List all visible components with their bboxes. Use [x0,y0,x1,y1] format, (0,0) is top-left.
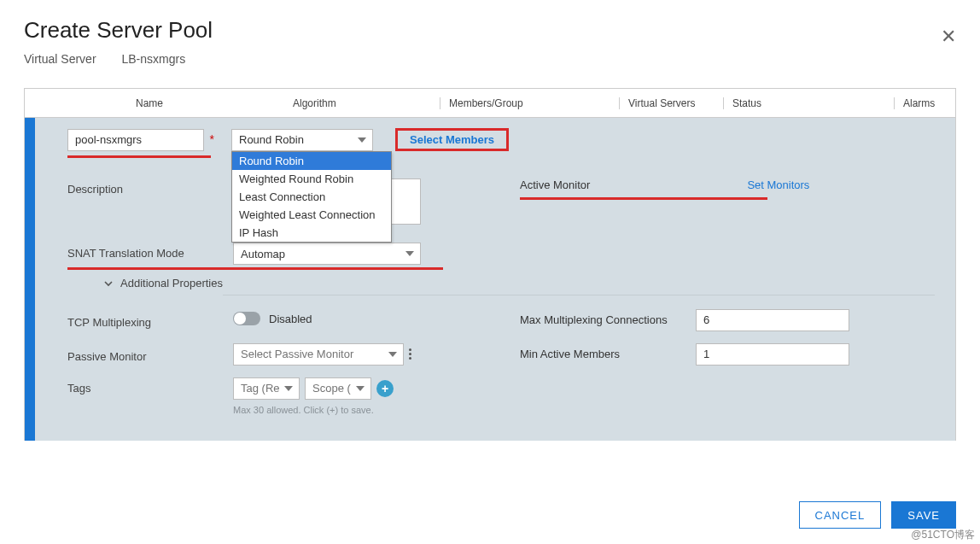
watermark: @51CTO博客 [911,528,975,542]
add-tag-icon[interactable]: + [376,380,394,397]
breadcrumb-item[interactable]: LB-nsxmgrs [121,52,185,66]
set-monitors-link[interactable]: Set Monitors [747,178,809,191]
algorithm-select[interactable] [231,129,373,151]
active-monitor-label: Active Monitor [520,178,590,191]
name-input[interactable] [67,129,204,151]
max-mux-label: Max Multiplexing Connections [520,313,696,326]
additional-properties-toggle[interactable]: Additional Properties [103,277,935,291]
col-header-algorithm: Algorithm [284,97,440,109]
passive-monitor-select[interactable] [233,343,404,366]
required-asterisk: * [210,132,214,146]
tcp-multiplex-label: TCP Multiplexing [67,312,223,329]
tags-hint: Max 30 allowed. Click (+) to save. [233,405,394,415]
tag-input[interactable] [233,377,300,400]
dialog-title: Create Server Pool [24,17,956,44]
tcp-multiplex-state: Disabled [269,313,312,325]
col-header-name: Name [127,97,284,109]
algorithm-option[interactable]: Weighted Least Connection [232,206,391,224]
snat-label: SNAT Translation Mode [67,243,223,260]
tcp-multiplex-toggle[interactable] [233,312,260,325]
description-label: Description [67,178,223,196]
passive-monitor-label: Passive Monitor [67,346,223,363]
min-active-input[interactable] [696,343,849,366]
algorithm-option[interactable]: IP Hash [232,224,391,242]
select-members-button[interactable]: Select Members [395,128,509,151]
chevron-down-icon [103,278,114,289]
snat-select[interactable] [233,243,421,265]
col-header-members: Members/Group [440,97,619,109]
cancel-button[interactable]: CANCEL [799,501,882,529]
col-header-virtual-servers: Virtual Servers [619,97,723,109]
algorithm-option[interactable]: Weighted Round Robin [232,170,391,188]
active-row-indicator [25,118,35,441]
breadcrumb: Virtual Server LB-nsxmgrs [24,52,956,66]
breadcrumb-item[interactable]: Virtual Server [24,52,96,66]
algorithm-option[interactable]: Round Robin [232,152,391,170]
col-header-alarms: Alarms [894,97,955,109]
col-header-status: Status [723,97,894,109]
more-options-icon[interactable] [409,348,411,360]
scope-input[interactable] [305,377,371,400]
algorithm-dropdown[interactable]: Round Robin Weighted Round Robin Least C… [231,151,392,243]
max-mux-input[interactable] [696,309,849,331]
tags-label: Tags [67,377,223,395]
save-button[interactable]: SAVE [891,501,956,529]
close-icon[interactable]: ✕ [941,26,956,48]
algorithm-option[interactable]: Least Connection [232,188,391,206]
column-header-row: Name Algorithm Members/Group Virtual Ser… [25,89,955,118]
min-active-label: Min Active Members [520,348,696,360]
